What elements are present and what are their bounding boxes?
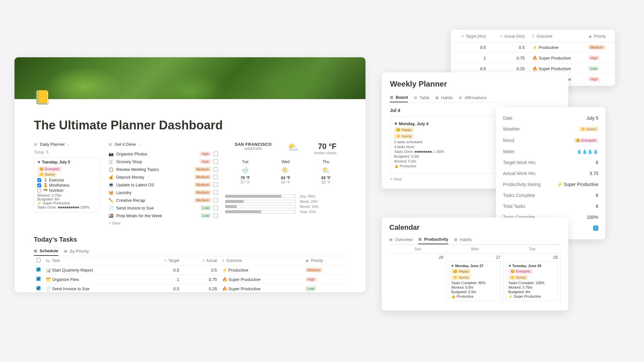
- task-item[interactable]: 📋Review Meeting TopicsMedium: [109, 165, 218, 173]
- task-name: Organize Photos: [116, 152, 197, 156]
- forecast-lo: 56 °F: [281, 180, 290, 185]
- task-checkbox[interactable]: [213, 182, 218, 187]
- progress-bar: [225, 195, 296, 198]
- habit-exercise[interactable]: 🏃 Exercise: [37, 178, 96, 182]
- outcome-cell: 🔥 Super Productive: [528, 53, 584, 63]
- task-item[interactable]: 💰Deposit MoneyMedium: [109, 173, 218, 181]
- row-checkbox[interactable]: [36, 277, 41, 281]
- list-icon: ▤: [109, 142, 112, 146]
- daily-card[interactable]: ✦ Tuesday, July 5 😊 Energetic ☀️ Sunny 🏃…: [34, 157, 100, 212]
- detail-label: Actual Work Hrs: [503, 171, 535, 176]
- col-outcome: Outcome: [537, 34, 553, 39]
- new-task-button[interactable]: + New: [109, 219, 218, 227]
- progress-bar: [225, 200, 296, 203]
- cal-entry[interactable]: ✦ Tuesday, June 28 😊 Energetic ☀️ Sunny …: [506, 261, 558, 301]
- mood-tag: 😊 Happy: [451, 269, 471, 274]
- mood-tag: 😊 Energetic: [37, 167, 62, 172]
- detail-value: July 5: [586, 116, 598, 121]
- task-checkbox[interactable]: [213, 167, 218, 172]
- task-item[interactable]: 📄Send Invoice to SueLow: [109, 204, 218, 212]
- cal-stat: Worked: 5.5hr: [451, 285, 498, 289]
- detail-row: Mood😊 Energetic: [503, 135, 598, 146]
- cal-cell[interactable]: 28 ✦ Tuesday, June 28 😊 Energetic ☀️ Sun…: [504, 253, 561, 305]
- task-name: Deposit Money: [116, 175, 192, 180]
- cal-stat: 👍 Productive: [451, 294, 498, 299]
- task-item[interactable]: 🍱Prep Meals for the WeekLow: [109, 212, 218, 219]
- cal-stat: Tasks Complete: 100%: [508, 281, 555, 285]
- mindfulness-checkbox[interactable]: ✓: [593, 226, 598, 231]
- habit-checkbox[interactable]: [37, 183, 41, 187]
- weekly-tabs: ▦Board ▤Table ▦Habits ▤Affirmations: [390, 93, 560, 103]
- col-target: Target (Hrs): [466, 34, 486, 39]
- task-item[interactable]: ✏️Creative RecapMedium: [109, 196, 218, 204]
- tab-productivity[interactable]: ▦Productivity: [418, 235, 448, 244]
- task-item[interactable]: 🛒Grocery ShopHigh: [109, 158, 218, 165]
- detail-label: Productivity Rating: [503, 182, 541, 187]
- actual-cell: 0.5: [182, 265, 219, 275]
- cal-cell[interactable]: 26: [389, 253, 446, 305]
- task-checkbox[interactable]: [213, 159, 218, 164]
- formula-icon: Σ: [532, 34, 535, 38]
- cal-stat: Worked: 3.75hr: [508, 285, 555, 289]
- cal-stat: ⚡ Super Productive: [508, 294, 555, 299]
- task-name: Laundry: [116, 190, 192, 195]
- task-cell: 🗂️ Organize Files: [43, 275, 144, 284]
- tab-by-priority[interactable]: ▦By Priority: [64, 246, 89, 256]
- habit-checkbox[interactable]: [37, 178, 41, 182]
- habit-checkbox[interactable]: [37, 189, 41, 192]
- cal-day-head: Mon: [446, 245, 503, 253]
- select-all-checkbox[interactable]: [36, 258, 41, 262]
- task-checkbox[interactable]: [213, 152, 218, 156]
- calendar-icon: ▦: [454, 237, 457, 242]
- table-row[interactable]: 10.75🔥 Super ProductiveHigh: [451, 53, 615, 63]
- tab-affirmations[interactable]: ▤Affirmations: [459, 93, 487, 102]
- detail-label: Tasks Complete: [503, 193, 535, 198]
- cal-cell[interactable]: 27 ✦ Monday, June 27 😊 Happy ☀️ Sunny Ta…: [446, 253, 503, 305]
- progress-row: Year: 51%: [225, 210, 346, 214]
- chevron-down-icon: ⌄: [67, 143, 69, 146]
- cal-day-head: Tue: [504, 245, 561, 253]
- table-row[interactable]: 📄 Send Invoice to Sue0.50.25🔥 Super Prod…: [34, 284, 346, 292]
- detail-row: Total Tasks6: [503, 201, 598, 212]
- number-icon: #: [461, 34, 463, 38]
- task-icon: 📄: [109, 206, 114, 210]
- table-row[interactable]: 🗂️ Organize Files10.75🔥 Super Productive…: [34, 275, 346, 284]
- cal-entry[interactable]: ✦ Monday, June 27 😊 Happy ☀️ Sunny Tasks…: [449, 261, 500, 301]
- task-item[interactable]: 💻Update to Latest OSMedium: [109, 181, 218, 189]
- worked-stat: Worked: 3.75hr: [37, 193, 96, 197]
- task-checkbox[interactable]: [213, 175, 218, 179]
- tab-habits[interactable]: ▦Habits: [435, 93, 453, 102]
- get-it-done-header[interactable]: ▤ Get it Done ⌄: [109, 142, 218, 147]
- tab-schedule[interactable]: ▦Schedule: [34, 246, 58, 256]
- daily-planner-header[interactable]: ▤ Daily Planner ⌄: [34, 142, 101, 147]
- habit-nutrition[interactable]: 🥗 Nutrition: [37, 188, 96, 193]
- progress-bar: [225, 210, 296, 213]
- progress-label: Week: 26%: [300, 200, 318, 203]
- task-checkbox[interactable]: [213, 198, 218, 202]
- detail-row: Weather☀️ Sunny: [503, 124, 598, 135]
- task-icon: 🧺: [109, 190, 114, 195]
- col-priority: Priority: [594, 34, 606, 39]
- detail-value: 6: [596, 160, 598, 165]
- detail-value: 100%: [587, 215, 598, 220]
- tab-cal-habits[interactable]: ▦Habits: [454, 235, 472, 244]
- row-checkbox[interactable]: [36, 267, 41, 272]
- task-item[interactable]: 📷Organize PhotosHigh: [109, 150, 218, 158]
- habit-mindfulness[interactable]: 🧘 Mindfulness: [37, 183, 96, 188]
- table-row[interactable]: 0.50.5⚡ ProductiveMedium: [451, 42, 615, 53]
- table-row[interactable]: 📊 Start Quarterly Report0.50.5⚡ Producti…: [34, 265, 346, 275]
- tab-board[interactable]: ▦Board: [390, 93, 408, 102]
- task-item[interactable]: 🧺LaundryMedium: [109, 189, 218, 196]
- task-checkbox[interactable]: [213, 190, 218, 195]
- task-checkbox[interactable]: [213, 213, 218, 218]
- tab-overview[interactable]: ▦Overview: [389, 235, 412, 244]
- tab-table[interactable]: ▤Table: [414, 93, 430, 102]
- priority-cell: High: [585, 53, 615, 63]
- page-icon[interactable]: 📒: [34, 89, 50, 106]
- select-icon: ◉: [589, 34, 592, 38]
- task-checkbox[interactable]: [213, 206, 218, 210]
- row-checkbox[interactable]: [36, 286, 41, 290]
- priority-tag: Low: [201, 206, 211, 210]
- task-name: Creative Recap: [116, 198, 192, 203]
- task-icon: 💻: [109, 182, 114, 187]
